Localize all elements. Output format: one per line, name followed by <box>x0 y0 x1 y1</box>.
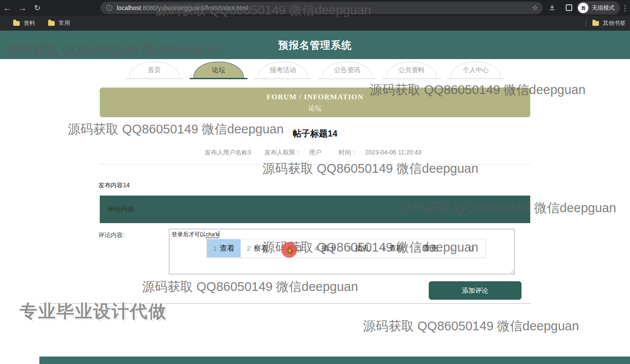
textarea-resize-handle[interactable] <box>508 268 514 273</box>
ime-candidate-1[interactable]: 1查看 <box>207 239 241 257</box>
comment-input-label: 评论内容: <box>98 231 125 239</box>
post-title: 帖子标题14 <box>0 128 630 140</box>
dotted-divider <box>100 164 530 164</box>
separator <box>586 20 586 27</box>
tab-public-resources[interactable]: 公共资料 <box>386 62 437 78</box>
browser-menu-icon[interactable]: ⋮ <box>621 4 629 13</box>
banner-title-en: FORUM / INFORMATION <box>266 93 364 102</box>
address-bar[interactable]: ⓘ localhost:8080/yubaomingguanli/front/i… <box>101 2 542 14</box>
tab-personal-center[interactable]: 个人中心 <box>451 62 501 78</box>
comments-section-header: 评论列表 <box>100 196 530 223</box>
ime-candidate-5[interactable]: 5插孔 <box>342 239 376 257</box>
folder-icon <box>592 21 599 26</box>
candidate-word: 插卡 <box>321 243 336 253</box>
ime-next-page-icon[interactable]: › <box>444 239 462 257</box>
tab-slot: 公共资料 <box>383 62 441 79</box>
watermark-text: 源码获取 QQ86050149 微信deepguan <box>262 160 478 178</box>
browser-toolbar: ← → ↻ ⓘ localhost:8080/yubaomingguanli/f… <box>0 0 630 16</box>
tab-forum[interactable]: 论坛 <box>193 62 244 78</box>
footer-bar <box>39 357 630 364</box>
tab-slot: 个人中心 <box>447 62 505 79</box>
bookmark-star-icon[interactable]: ☆ <box>532 4 538 12</box>
incognito-icon <box>578 3 588 13</box>
candidate-word: 查克 <box>423 243 438 253</box>
post-time: 时间：2023-04-06 11:20:43 <box>335 149 425 156</box>
ime-candidate-7[interactable]: 7查克 <box>410 239 444 257</box>
ime-candidate-4[interactable]: 4插卡 <box>308 239 342 257</box>
candidate-number: 2 <box>247 245 250 252</box>
candidate-number: 5 <box>348 245 352 252</box>
post-author: 发布人用户名称3 <box>205 149 251 156</box>
download-icon[interactable] <box>548 4 556 13</box>
forward-icon[interactable]: → <box>15 4 30 12</box>
banner-title-cn: 论坛 <box>308 104 322 112</box>
nav-tabs: 首页 论坛 报考活动 公告资讯 公共资料 个人中心 <box>126 62 505 79</box>
candidate-word: 察看 <box>254 243 269 253</box>
tab-announcements[interactable]: 公告资讯 <box>322 62 373 78</box>
candidate-number: 1 <box>213 245 217 252</box>
tab-slot: 公告资讯 <box>318 62 376 79</box>
comments-section-title: 评论列表 <box>108 205 134 214</box>
folder-icon <box>48 21 55 26</box>
post-content: 发布内容14 <box>98 182 130 189</box>
candidate-word: 插孔 <box>355 243 370 253</box>
ime-candidate-bar: 1查看 2察看 3插口 4插卡 5插孔 6查勘 7查克 › ☺ <box>206 239 486 258</box>
candidate-number: 6 <box>382 245 386 252</box>
watermark-text: 源码获取 QQ86050149 微信deepguan <box>142 278 358 296</box>
folder-icon <box>13 21 20 26</box>
ime-emoji-icon[interactable]: ☺ <box>462 239 480 257</box>
post-role: 发布人权限：用户 <box>260 149 325 156</box>
candidate-word: 查勘 <box>389 243 404 253</box>
ime-composition-text: cha'k <box>206 231 219 238</box>
tab-slot: 首页 <box>126 62 183 79</box>
screen: ← → ↻ ⓘ localhost:8080/yubaomingguanli/f… <box>0 0 630 364</box>
candidate-word: 查看 <box>220 243 234 253</box>
post-meta: 发布人用户名称3 发布人权限：用户 时间：2023-04-06 11:20:43 <box>0 149 630 157</box>
url-path: :8080/yubaomingguanli/front/index.html <box>141 4 248 11</box>
click-indicator <box>281 242 297 258</box>
site-title: 预报名管理系统 <box>0 38 630 52</box>
bookmark-folder[interactable]: 常用 <box>48 19 70 27</box>
tab-activities[interactable]: 报考活动 <box>258 62 308 78</box>
content-bottom-border <box>39 303 531 304</box>
reload-icon[interactable]: ↻ <box>30 4 45 12</box>
tab-home[interactable]: 首页 <box>129 62 180 78</box>
url-host: localhost <box>117 4 141 11</box>
tab-slot: 论坛 <box>190 62 248 79</box>
mouse-cursor-icon <box>287 247 294 255</box>
post-time-value: 2023-04-06 11:20:43 <box>365 149 421 156</box>
incognito-label: 无痕模式 <box>592 4 615 12</box>
candidate-number: 7 <box>416 245 420 252</box>
tab-window-icon[interactable] <box>566 4 572 11</box>
ime-candidate-6[interactable]: 6查勘 <box>376 239 410 257</box>
comment-typed-text: 登录后才可以 <box>172 231 206 238</box>
text-caret <box>219 231 219 237</box>
bookmark-folder-label: 常用 <box>59 19 70 27</box>
bookmark-folder[interactable]: 资料 <box>13 19 35 27</box>
back-icon[interactable]: ← <box>0 4 15 12</box>
site-header: 预报名管理系统 <box>0 31 630 59</box>
watermark-text: 源码获取 QQ86050149 微信deepguan <box>363 318 579 335</box>
bookmark-folder-label: 资料 <box>24 19 35 27</box>
bookmarks-bar: 资料 常用 其他书签 <box>0 16 630 31</box>
other-bookmarks-label: 其他书签 <box>603 19 626 27</box>
post-time-label: 时间： <box>339 149 357 156</box>
url-text: localhost:8080/yubaomingguanli/front/ind… <box>117 4 248 11</box>
post-role-label: 发布人权限： <box>264 149 301 156</box>
post-role-value: 用户 <box>309 149 321 156</box>
ime-candidate-2[interactable]: 2察看 <box>241 239 274 257</box>
candidate-number: 4 <box>315 245 318 252</box>
add-comment-button[interactable]: 添加评论 <box>429 281 522 300</box>
other-bookmarks[interactable]: 其他书签 <box>586 16 626 31</box>
page-info-icon[interactable]: ⓘ <box>106 4 112 12</box>
incognito-badge: 无痕模式 <box>577 1 620 14</box>
section-banner: FORUM / INFORMATION 论坛 <box>100 88 530 117</box>
tab-slot: 报考活动 <box>254 62 312 79</box>
